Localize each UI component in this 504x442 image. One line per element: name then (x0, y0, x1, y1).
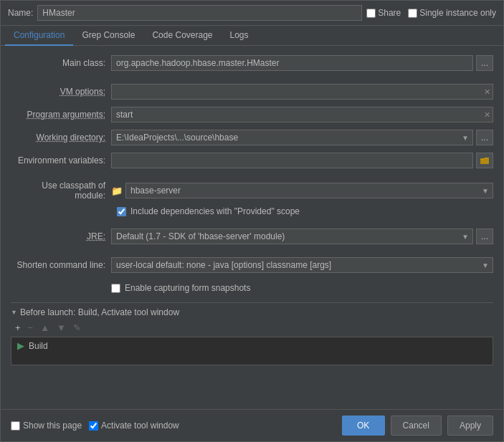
classpath-label: Use classpath of module: (11, 181, 111, 201)
vm-options-wrapper: ✕ (111, 84, 493, 100)
classpath-field: 📁 hbase-server ▼ (111, 183, 493, 198)
include-deps-label[interactable]: Include dependencies with "Provided" sco… (130, 206, 300, 216)
main-class-input[interactable] (111, 55, 473, 71)
name-input[interactable] (37, 5, 362, 21)
module-folder-icon: 📁 (111, 186, 123, 196)
working-dir-browse-button[interactable]: ... (476, 130, 493, 145)
tab-code-coverage[interactable]: Code Coverage (143, 26, 221, 46)
name-label: Name: (8, 8, 33, 18)
before-launch-toolbar: + − ▲ ▼ ✎ (11, 322, 493, 334)
main-class-label: Main class: (11, 58, 111, 68)
build-icon: ▶ (17, 340, 24, 351)
ok-button[interactable]: OK (342, 415, 385, 436)
jre-select[interactable]: Default (1.7 - SDK of 'hbase-server' mod… (111, 229, 473, 244)
collapse-triangle-icon[interactable]: ▼ (11, 309, 17, 316)
classpath-select[interactable]: hbase-server (125, 183, 493, 198)
show-page-checkbox[interactable] (11, 421, 20, 431)
add-launch-button[interactable]: + (12, 322, 24, 334)
shorten-cmd-row: Shorten command line: user-local default… (11, 256, 493, 274)
show-page-checkbox-label[interactable]: Show this page (11, 421, 82, 431)
env-vars-browse-button[interactable] (476, 153, 493, 168)
main-class-field: ... (111, 55, 493, 71)
shorten-cmd-label: Shorten command line: (11, 260, 111, 270)
before-launch-title: ▼ Before launch: Build, Activate tool wi… (11, 307, 493, 317)
env-vars-field (111, 153, 493, 168)
folder-small-icon (480, 155, 490, 165)
program-args-clear-icon[interactable]: ✕ (484, 110, 490, 120)
name-checkboxes: Share Single instance only (366, 8, 496, 18)
run-configuration-dialog: Name: Share Single instance only Configu… (0, 0, 504, 442)
program-args-wrapper: ✕ (111, 107, 493, 122)
enable-capturing-label[interactable]: Enable capturing form snapshots (125, 283, 250, 293)
remove-launch-button[interactable]: − (25, 322, 37, 334)
vm-options-label: VM options: (11, 87, 111, 97)
before-launch-section: ▼ Before launch: Build, Activate tool wi… (11, 302, 493, 365)
before-launch-list: ▶ Build (11, 337, 493, 365)
vm-options-input[interactable] (111, 84, 493, 100)
tabs-bar: Configuration Grep Console Code Coverage… (1, 26, 503, 46)
tab-logs[interactable]: Logs (222, 26, 257, 46)
jre-select-wrapper: Default (1.7 - SDK of 'hbase-server' mod… (111, 229, 473, 244)
vm-options-row: VM options: ✕ (11, 83, 493, 100)
enable-capturing-checkbox[interactable] (111, 284, 120, 293)
program-args-input[interactable] (111, 107, 493, 122)
working-dir-field: ▼ ... (111, 130, 493, 145)
single-instance-checkbox[interactable] (408, 9, 417, 18)
jre-row: JRE: Default (1.7 - SDK of 'hbase-server… (11, 228, 493, 245)
apply-button[interactable]: Apply (447, 415, 493, 436)
move-up-launch-button[interactable]: ▲ (37, 322, 52, 334)
edit-launch-button[interactable]: ✎ (70, 322, 84, 334)
main-class-browse-button[interactable]: ... (476, 55, 493, 71)
jre-browse-button[interactable]: ... (476, 229, 493, 244)
list-item: ▶ Build (13, 339, 491, 352)
include-deps-row: Include dependencies with "Provided" sco… (11, 206, 493, 216)
classpath-row: Use classpath of module: 📁 hbase-server … (11, 181, 493, 201)
tab-grep-console[interactable]: Grep Console (73, 26, 143, 46)
enable-capturing-row: Enable capturing form snapshots (11, 279, 493, 297)
name-row: Name: Share Single instance only (1, 1, 503, 26)
single-instance-checkbox-label[interactable]: Single instance only (408, 8, 496, 18)
jre-label: JRE: (11, 231, 111, 241)
working-dir-label: Working directory: (11, 133, 111, 143)
activate-window-checkbox[interactable] (89, 421, 98, 431)
env-vars-input[interactable] (111, 153, 473, 168)
bottom-buttons: OK Cancel Apply (342, 415, 493, 436)
build-item-label: Build (29, 341, 48, 351)
program-args-field: ✕ (111, 107, 493, 122)
tab-configuration[interactable]: Configuration (5, 26, 73, 46)
env-vars-label: Environment variables: (11, 155, 111, 165)
share-checkbox-label[interactable]: Share (366, 8, 401, 18)
working-dir-input[interactable] (111, 130, 473, 145)
bottom-left-controls: Show this page Activate tool window (11, 421, 335, 431)
shorten-cmd-field: user-local default: none - java [options… (111, 257, 493, 273)
shorten-cmd-select[interactable]: user-local default: none - java [options… (111, 257, 493, 273)
bottom-bar: Show this page Activate tool window OK C… (1, 409, 503, 441)
move-down-launch-button[interactable]: ▼ (54, 322, 69, 334)
working-dir-row: Working directory: ▼ ... (11, 129, 493, 146)
vm-options-clear-icon[interactable]: ✕ (484, 87, 490, 97)
working-dir-wrapper: ▼ (111, 130, 473, 145)
share-checkbox[interactable] (366, 9, 376, 18)
program-args-label: Program arguments: (11, 110, 111, 120)
activate-window-checkbox-label[interactable]: Activate tool window (89, 421, 179, 431)
vm-options-field: ✕ (111, 84, 493, 100)
cancel-button[interactable]: Cancel (391, 415, 442, 436)
classpath-select-wrapper: hbase-server ▼ (125, 183, 493, 198)
env-vars-row: Environment variables: (11, 152, 493, 169)
main-class-row: Main class: ... (11, 54, 493, 72)
include-deps-checkbox[interactable] (117, 207, 126, 216)
configuration-content: Main class: ... VM options: ✕ Program ar… (1, 46, 503, 409)
shorten-cmd-select-wrapper: user-local default: none - java [options… (111, 257, 493, 273)
program-args-row: Program arguments: ✕ (11, 106, 493, 123)
jre-field: Default (1.7 - SDK of 'hbase-server' mod… (111, 229, 493, 244)
